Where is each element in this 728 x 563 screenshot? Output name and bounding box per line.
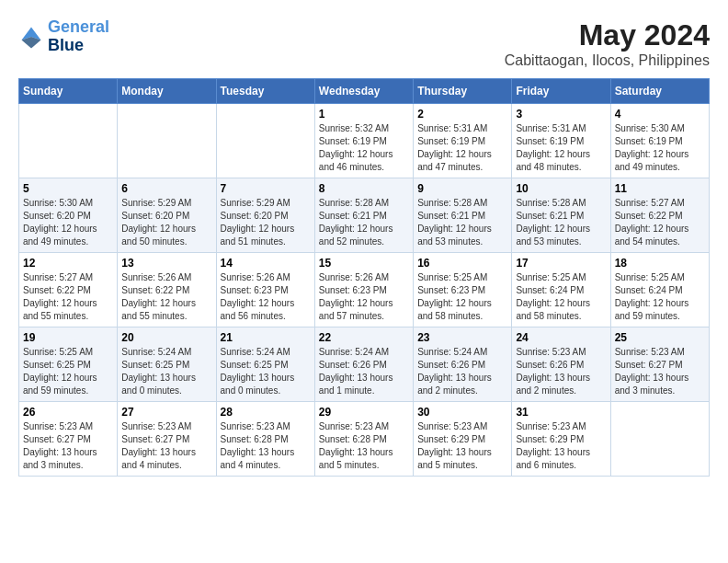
week-row-1: 1Sunrise: 5:32 AM Sunset: 6:19 PM Daylig… <box>19 104 710 178</box>
day-number: 8 <box>319 182 409 195</box>
calendar-cell: 31Sunrise: 5:23 AM Sunset: 6:29 PM Dayli… <box>512 402 610 477</box>
week-row-5: 26Sunrise: 5:23 AM Sunset: 6:27 PM Dayli… <box>19 402 710 477</box>
day-number: 20 <box>121 331 211 344</box>
calendar-cell <box>19 104 118 178</box>
calendar-cell: 3Sunrise: 5:31 AM Sunset: 6:19 PM Daylig… <box>512 104 610 178</box>
logo-text: General Blue <box>48 18 109 55</box>
day-info: Sunrise: 5:23 AM Sunset: 6:26 PM Dayligh… <box>516 346 606 397</box>
day-info: Sunrise: 5:29 AM Sunset: 6:20 PM Dayligh… <box>121 197 211 248</box>
day-info: Sunrise: 5:24 AM Sunset: 6:25 PM Dayligh… <box>221 346 311 397</box>
calendar-cell: 24Sunrise: 5:23 AM Sunset: 6:26 PM Dayli… <box>512 327 610 402</box>
calendar-cell: 10Sunrise: 5:28 AM Sunset: 6:21 PM Dayli… <box>512 178 610 253</box>
day-header-monday: Monday <box>118 79 216 104</box>
day-number: 9 <box>417 182 507 195</box>
week-row-2: 5Sunrise: 5:30 AM Sunset: 6:20 PM Daylig… <box>19 178 710 253</box>
main-title: May 2024 <box>505 18 710 52</box>
calendar-cell: 4Sunrise: 5:30 AM Sunset: 6:19 PM Daylig… <box>610 104 709 178</box>
day-info: Sunrise: 5:32 AM Sunset: 6:19 PM Dayligh… <box>319 122 409 174</box>
calendar-cell: 8Sunrise: 5:28 AM Sunset: 6:21 PM Daylig… <box>314 178 413 253</box>
calendar-cell: 22Sunrise: 5:24 AM Sunset: 6:26 PM Dayli… <box>314 327 413 402</box>
calendar-cell <box>610 402 709 477</box>
day-header-tuesday: Tuesday <box>216 79 314 104</box>
calendar-cell: 26Sunrise: 5:23 AM Sunset: 6:27 PM Dayli… <box>19 402 118 477</box>
day-number: 25 <box>615 331 705 344</box>
day-number: 1 <box>319 108 409 121</box>
day-info: Sunrise: 5:26 AM Sunset: 6:23 PM Dayligh… <box>319 271 409 323</box>
day-info: Sunrise: 5:27 AM Sunset: 6:22 PM Dayligh… <box>615 197 705 248</box>
calendar-cell: 9Sunrise: 5:28 AM Sunset: 6:21 PM Daylig… <box>414 178 512 253</box>
calendar-cell: 23Sunrise: 5:24 AM Sunset: 6:26 PM Dayli… <box>414 327 512 402</box>
calendar-cell: 30Sunrise: 5:23 AM Sunset: 6:29 PM Dayli… <box>414 402 512 477</box>
day-number: 16 <box>417 257 507 270</box>
day-number: 22 <box>319 331 409 344</box>
day-number: 21 <box>221 331 311 344</box>
day-number: 17 <box>516 257 606 270</box>
day-number: 26 <box>23 406 113 419</box>
calendar-cell: 5Sunrise: 5:30 AM Sunset: 6:20 PM Daylig… <box>19 178 118 253</box>
day-info: Sunrise: 5:30 AM Sunset: 6:19 PM Dayligh… <box>615 122 705 174</box>
day-number: 15 <box>319 257 409 270</box>
calendar-cell: 6Sunrise: 5:29 AM Sunset: 6:20 PM Daylig… <box>118 178 216 253</box>
day-number: 23 <box>417 331 507 344</box>
day-number: 12 <box>23 257 113 270</box>
week-row-4: 19Sunrise: 5:25 AM Sunset: 6:25 PM Dayli… <box>19 327 710 402</box>
day-number: 18 <box>615 257 705 270</box>
logo-icon <box>18 24 44 50</box>
header: General Blue May 2024 Cabittaogan, Iloco… <box>18 18 710 69</box>
calendar-cell: 19Sunrise: 5:25 AM Sunset: 6:25 PM Dayli… <box>19 327 118 402</box>
day-number: 5 <box>23 182 113 195</box>
day-info: Sunrise: 5:23 AM Sunset: 6:27 PM Dayligh… <box>615 346 705 397</box>
calendar-cell: 7Sunrise: 5:29 AM Sunset: 6:20 PM Daylig… <box>216 178 314 253</box>
day-header-wednesday: Wednesday <box>314 79 413 104</box>
day-number: 7 <box>221 182 311 195</box>
calendar-cell <box>118 104 216 178</box>
calendar-cell: 18Sunrise: 5:25 AM Sunset: 6:24 PM Dayli… <box>610 253 709 327</box>
day-number: 27 <box>121 406 211 419</box>
day-info: Sunrise: 5:23 AM Sunset: 6:27 PM Dayligh… <box>121 420 211 472</box>
calendar-cell: 28Sunrise: 5:23 AM Sunset: 6:28 PM Dayli… <box>216 402 314 477</box>
days-header-row: SundayMondayTuesdayWednesdayThursdayFrid… <box>19 79 710 104</box>
day-number: 13 <box>121 257 211 270</box>
day-info: Sunrise: 5:23 AM Sunset: 6:29 PM Dayligh… <box>417 420 507 472</box>
subtitle: Cabittaogan, Ilocos, Philippines <box>505 52 710 69</box>
calendar-cell: 16Sunrise: 5:25 AM Sunset: 6:23 PM Dayli… <box>414 253 512 327</box>
day-info: Sunrise: 5:28 AM Sunset: 6:21 PM Dayligh… <box>516 197 606 248</box>
day-info: Sunrise: 5:29 AM Sunset: 6:20 PM Dayligh… <box>221 197 311 248</box>
day-info: Sunrise: 5:25 AM Sunset: 6:24 PM Dayligh… <box>615 271 705 323</box>
day-number: 30 <box>417 406 507 419</box>
day-header-friday: Friday <box>512 79 610 104</box>
calendar-cell <box>216 104 314 178</box>
day-number: 28 <box>221 406 311 419</box>
day-info: Sunrise: 5:30 AM Sunset: 6:20 PM Dayligh… <box>23 197 113 248</box>
day-info: Sunrise: 5:24 AM Sunset: 6:26 PM Dayligh… <box>417 346 507 397</box>
calendar-cell: 21Sunrise: 5:24 AM Sunset: 6:25 PM Dayli… <box>216 327 314 402</box>
calendar-cell: 14Sunrise: 5:26 AM Sunset: 6:23 PM Dayli… <box>216 253 314 327</box>
day-info: Sunrise: 5:27 AM Sunset: 6:22 PM Dayligh… <box>23 271 113 323</box>
logo: General Blue <box>18 18 109 55</box>
calendar-cell: 29Sunrise: 5:23 AM Sunset: 6:28 PM Dayli… <box>314 402 413 477</box>
day-number: 31 <box>516 406 606 419</box>
day-info: Sunrise: 5:31 AM Sunset: 6:19 PM Dayligh… <box>417 122 507 174</box>
day-info: Sunrise: 5:28 AM Sunset: 6:21 PM Dayligh… <box>319 197 409 248</box>
day-info: Sunrise: 5:26 AM Sunset: 6:22 PM Dayligh… <box>121 271 211 323</box>
day-info: Sunrise: 5:23 AM Sunset: 6:28 PM Dayligh… <box>221 420 311 472</box>
calendar-cell: 17Sunrise: 5:25 AM Sunset: 6:24 PM Dayli… <box>512 253 610 327</box>
day-number: 2 <box>417 108 507 121</box>
day-header-thursday: Thursday <box>414 79 512 104</box>
day-info: Sunrise: 5:25 AM Sunset: 6:24 PM Dayligh… <box>516 271 606 323</box>
day-number: 6 <box>121 182 211 195</box>
day-number: 29 <box>319 406 409 419</box>
day-info: Sunrise: 5:28 AM Sunset: 6:21 PM Dayligh… <box>417 197 507 248</box>
day-info: Sunrise: 5:26 AM Sunset: 6:23 PM Dayligh… <box>221 271 311 323</box>
title-area: May 2024 Cabittaogan, Ilocos, Philippine… <box>505 18 710 69</box>
day-info: Sunrise: 5:24 AM Sunset: 6:26 PM Dayligh… <box>319 346 409 397</box>
day-number: 24 <box>516 331 606 344</box>
calendar-cell: 2Sunrise: 5:31 AM Sunset: 6:19 PM Daylig… <box>414 104 512 178</box>
day-number: 19 <box>23 331 113 344</box>
calendar-cell: 20Sunrise: 5:24 AM Sunset: 6:25 PM Dayli… <box>118 327 216 402</box>
day-info: Sunrise: 5:25 AM Sunset: 6:23 PM Dayligh… <box>417 271 507 323</box>
day-number: 14 <box>221 257 311 270</box>
day-info: Sunrise: 5:23 AM Sunset: 6:29 PM Dayligh… <box>516 420 606 472</box>
day-number: 3 <box>516 108 606 121</box>
day-info: Sunrise: 5:23 AM Sunset: 6:27 PM Dayligh… <box>23 420 113 472</box>
